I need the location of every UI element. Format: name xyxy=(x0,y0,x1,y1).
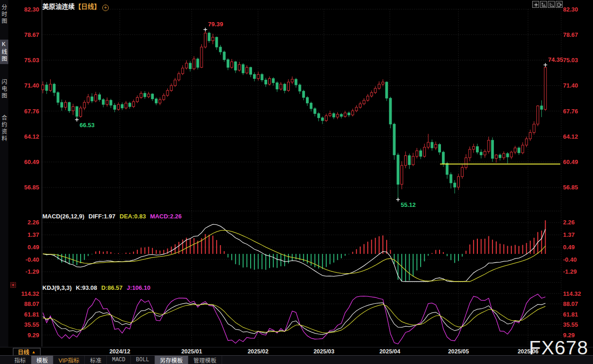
axis-zoom-x-icon xyxy=(549,2,554,7)
y-axis-label: 64.12 xyxy=(563,133,578,140)
kdj-j-value: J:106.10 xyxy=(127,284,150,291)
y-axis-label: 61.81 xyxy=(563,311,578,318)
y-axis-label: -0.40 xyxy=(25,256,39,263)
y-axis-label: -0.40 xyxy=(563,256,577,263)
tab-标准[interactable]: 标准 xyxy=(85,356,107,364)
y-axis-label: 82.30 xyxy=(24,6,39,13)
tab-另存模板[interactable]: 另存模板 xyxy=(155,356,188,364)
x-axis-label: 2025/04 xyxy=(374,348,406,355)
x-axis-label: 2025/06 xyxy=(512,348,544,355)
extreme-price-marker xyxy=(75,118,79,122)
tab-MACD[interactable]: MACD xyxy=(107,356,131,364)
y-axis-label: 114.32 xyxy=(21,290,39,297)
extreme-price-label: 66.53 xyxy=(80,122,95,129)
sidebar-item-contract-info[interactable]: 合约资料 xyxy=(0,113,8,144)
y-axis-label: 1.37 xyxy=(28,231,39,238)
dea-line xyxy=(43,230,546,282)
crosshair-button[interactable] xyxy=(532,1,539,8)
chart-application: 79.3966.5355.1274.3582.3082.3078.6778.67… xyxy=(0,0,593,364)
kdj-k-value: K:93.08 xyxy=(76,284,97,291)
tab-BOLL[interactable]: BOLL xyxy=(131,356,155,364)
macd-header: MACD(26,12,9)DIFF:1.97DEA:0.83MACD:2.26 xyxy=(42,213,186,220)
macd-diff-value: DIFF:1.97 xyxy=(88,213,116,220)
y-axis-label: 9.29 xyxy=(563,332,575,339)
chart-type-sidebar: 分时图K线图闪电图合约资料 xyxy=(0,0,8,347)
pan-right-button[interactable] xyxy=(556,1,563,8)
kdj-d-value: D:86.57 xyxy=(101,284,123,291)
y-axis-label: 56.85 xyxy=(24,184,39,191)
y-axis-label: 64.12 xyxy=(24,133,39,140)
tab-管理模板[interactable]: 管理模板 xyxy=(188,356,222,364)
candlesticks xyxy=(42,29,547,200)
y-axis-label: 61.81 xyxy=(24,311,39,318)
y-axis-label: 60.49 xyxy=(563,159,578,165)
y-axis-label: 2.26 xyxy=(28,219,39,226)
y-axis-label: 35.55 xyxy=(24,321,39,328)
y-axis-label: 2.26 xyxy=(563,219,575,226)
tab-VIP指标[interactable]: VIP指标 xyxy=(53,356,85,364)
tab-模板[interactable]: 模板 xyxy=(31,356,53,364)
period-selector[interactable]: 日线 ▲ xyxy=(13,348,41,356)
period-tag: 【日线】 xyxy=(75,3,100,10)
y-axis-label: 67.76 xyxy=(24,108,39,115)
macd-dea-value: DEA:0.83 xyxy=(120,213,146,220)
chart-toolbar xyxy=(532,1,563,8)
y-axis-label: 71.40 xyxy=(563,82,578,89)
y-axis-label: 71.40 xyxy=(24,82,39,89)
tab-指标[interactable]: 指标 xyxy=(9,356,31,364)
y-axis-label: 114.32 xyxy=(563,290,581,297)
extreme-price-marker xyxy=(204,28,207,31)
sidebar-item-kline-chart[interactable]: K线图 xyxy=(0,40,8,64)
y-axis-label: 9.29 xyxy=(28,332,39,339)
j-line xyxy=(43,294,546,344)
y-axis-label: 82.30 xyxy=(563,6,578,13)
symbol-name: 美原油连续 xyxy=(42,3,75,10)
extreme-price-label: 74.35 xyxy=(548,56,564,63)
add-icon[interactable]: + xyxy=(102,5,109,11)
y-axis-label: -1.29 xyxy=(563,268,577,275)
crosshair-icon xyxy=(533,2,538,7)
x-axis-label: 2024/12 xyxy=(104,348,136,355)
macd-macd-value: MACD:2.26 xyxy=(150,213,182,220)
y-axis-label: 0.49 xyxy=(563,244,575,251)
x-axis-label: 2025/01 xyxy=(176,348,208,355)
instrument-title: 美原油连续【日线】+ xyxy=(42,1,109,11)
x-axis-label: 2025/05 xyxy=(442,348,475,355)
pan-right-icon xyxy=(557,2,562,7)
kdj-name: KDJ(9,3,3) xyxy=(42,284,72,291)
y-axis-label: 60.49 xyxy=(24,159,39,165)
y-axis-label: 88.07 xyxy=(24,300,39,307)
y-axis-label: 88.07 xyxy=(563,300,578,307)
extreme-price-label: 79.39 xyxy=(208,21,223,28)
y-axis-label: 78.67 xyxy=(24,31,39,38)
sidebar-item-time-chart[interactable]: 分时图 xyxy=(0,3,8,26)
x-axis-label: 2025/02 xyxy=(242,348,274,355)
axis-zoom-x-button[interactable] xyxy=(548,1,555,8)
y-axis-label: 75.03 xyxy=(563,57,578,64)
x-axis-label: 2025/03 xyxy=(308,348,340,355)
indicator-settings-icon[interactable] xyxy=(10,282,16,290)
y-axis-label: 35.55 xyxy=(563,321,578,328)
y-axis-label: -1.29 xyxy=(25,268,39,275)
gridlines xyxy=(42,9,561,346)
extreme-price-label: 55.12 xyxy=(401,201,416,208)
dropdown-up-icon: ▲ xyxy=(32,350,36,354)
axis-zoom-y-icon xyxy=(541,2,546,7)
indicator-tab-bar: 指标模板VIP指标标准MACDBOLL另存模板管理模板 xyxy=(0,355,593,364)
extreme-price-marker xyxy=(396,198,400,201)
sidebar-item-flash-chart[interactable]: 闪电图 xyxy=(0,77,8,101)
y-axis-label: 1.37 xyxy=(563,231,575,238)
y-axis-label: 67.76 xyxy=(563,108,578,115)
extreme-price-marker xyxy=(544,63,547,67)
macd-name: MACD(26,12,9) xyxy=(42,213,84,220)
y-axis-label: 0.49 xyxy=(28,244,39,251)
y-axis-label: 56.85 xyxy=(563,184,578,191)
kdj-header: KDJ(9,3,3)K:93.08D:86.57J:106.10 xyxy=(42,284,154,291)
macd-plot xyxy=(43,220,546,282)
y-axis-label: 78.67 xyxy=(563,31,578,38)
chart-canvas[interactable]: 79.3966.5355.1274.3582.3082.3078.6778.67… xyxy=(0,0,593,347)
axis-zoom-y-button[interactable] xyxy=(540,1,547,8)
y-axis-label: 75.03 xyxy=(24,57,39,64)
kdj-plot xyxy=(43,294,546,344)
time-axis-bar: 日线 ▲ 2024/122025/012025/022025/032025/04… xyxy=(0,347,593,356)
